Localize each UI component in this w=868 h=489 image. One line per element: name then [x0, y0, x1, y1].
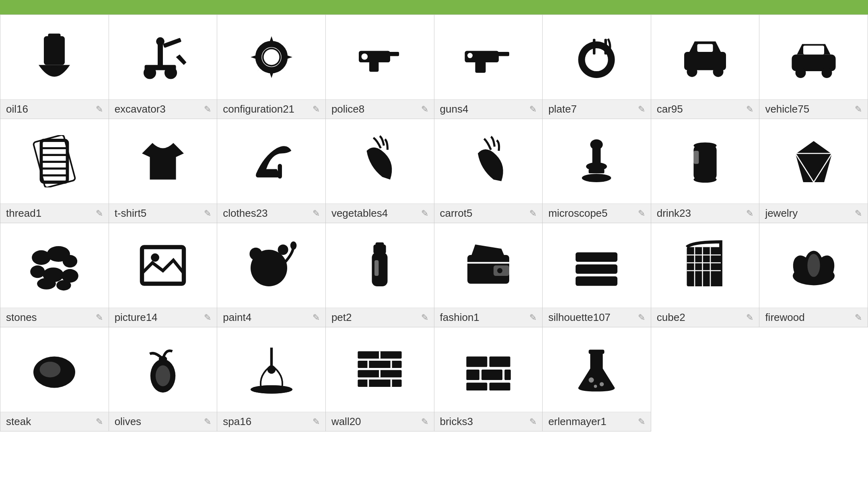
edit-icon-guns4[interactable]: ✎: [529, 104, 537, 115]
edit-icon-paint4[interactable]: ✎: [313, 312, 320, 323]
icon-olives[interactable]: [109, 327, 217, 412]
label-area-picture14: picture14✎: [109, 308, 217, 327]
icon-oil16[interactable]: [0, 15, 109, 99]
icon-cell-plate7: plate7✎: [543, 15, 651, 119]
icon-grid: oil16✎excavator3✎configuration21✎police8…: [0, 14, 868, 431]
icon-cell-excavator3: excavator3✎: [109, 15, 218, 119]
icon-cell-picture14: picture14✎: [109, 223, 218, 327]
icon-fashion1[interactable]: [434, 223, 543, 308]
icon-label-stones: stones: [6, 311, 37, 324]
svg-rect-32: [803, 45, 824, 54]
edit-icon-carrot5[interactable]: ✎: [529, 208, 537, 219]
svg-rect-19: [475, 61, 485, 73]
label-area-stones: stones✎: [0, 308, 109, 327]
icon-picture14[interactable]: [109, 223, 217, 308]
icon-label-steak: steak: [6, 415, 31, 428]
icon-clothes23[interactable]: [217, 119, 325, 203]
icon-label-wall20: wall20: [331, 415, 361, 428]
edit-icon-drink23[interactable]: ✎: [746, 208, 753, 219]
icon-plate7[interactable]: [543, 15, 651, 99]
icon-car95[interactable]: [651, 15, 759, 99]
edit-icon-cube2[interactable]: ✎: [746, 312, 753, 323]
icon-label-drink23: drink23: [657, 207, 691, 220]
label-area-paint4: paint4✎: [217, 308, 325, 327]
edit-icon-vegetables4[interactable]: ✎: [421, 208, 428, 219]
edit-icon-silhouette107[interactable]: ✎: [638, 312, 645, 323]
icon-police8[interactable]: [326, 15, 434, 99]
svg-point-51: [693, 177, 716, 183]
edit-icon-stones[interactable]: ✎: [96, 312, 103, 323]
icon-firewood[interactable]: [759, 223, 868, 308]
icon-vegetables4[interactable]: [326, 119, 434, 203]
icon-stones[interactable]: [0, 223, 109, 308]
icon-drink23[interactable]: [651, 119, 759, 203]
svg-point-31: [821, 68, 832, 78]
edit-icon-spa16[interactable]: ✎: [313, 417, 320, 427]
svg-point-58: [63, 255, 77, 267]
icon-label-cube2: cube2: [657, 311, 685, 324]
svg-rect-112: [466, 370, 479, 380]
label-area-jewelry: jewelry✎: [759, 203, 868, 223]
icon-label-spa16: spa16: [223, 415, 251, 428]
svg-point-93: [40, 362, 61, 378]
icon-label-carrot5: carrot5: [440, 207, 473, 220]
icon-carrot5[interactable]: [434, 119, 543, 203]
edit-icon-bricks3[interactable]: ✎: [529, 417, 537, 427]
icon-bricks3[interactable]: [434, 327, 543, 412]
edit-icon-fashion1[interactable]: ✎: [529, 312, 537, 323]
icon-cube2[interactable]: [651, 223, 759, 308]
svg-rect-117: [589, 350, 605, 354]
icon-vehicle75[interactable]: [759, 15, 868, 99]
svg-rect-80: [687, 247, 721, 287]
icon-label-bricks3: bricks3: [440, 415, 473, 428]
icon-paint4[interactable]: [217, 223, 325, 308]
svg-point-48: [590, 139, 603, 150]
edit-icon-vehicle75[interactable]: ✎: [855, 104, 862, 115]
label-area-silhouette107: silhouette107✎: [543, 308, 651, 327]
icon-label-vehicle75: vehicle75: [765, 103, 809, 115]
icon-spa16[interactable]: [217, 327, 325, 412]
icon-pet2[interactable]: [326, 223, 434, 308]
icon-microscope5[interactable]: [543, 119, 651, 203]
icon-jewelry[interactable]: [759, 119, 868, 203]
icon-label-erlenmayer1: erlenmayer1: [548, 415, 607, 428]
edit-icon-firewood[interactable]: ✎: [855, 312, 862, 323]
edit-icon-pet2[interactable]: ✎: [421, 312, 428, 323]
svg-rect-44: [589, 169, 605, 173]
svg-point-96: [159, 356, 167, 362]
label-area-fashion1: fashion1✎: [434, 308, 543, 327]
icon-t-shirt5[interactable]: [109, 119, 217, 203]
svg-rect-115: [466, 383, 487, 391]
icon-cell-thread1: thread1✎: [0, 119, 109, 223]
edit-icon-microscope5[interactable]: ✎: [638, 208, 645, 219]
icon-erlenmayer1[interactable]: [543, 327, 651, 412]
label-area-police8: police8✎: [326, 99, 434, 119]
icon-cell-spa16: spa16✎: [217, 327, 326, 431]
svg-rect-46: [584, 176, 589, 180]
icon-wall20[interactable]: [326, 327, 434, 412]
icon-cell-microscope5: microscope5✎: [543, 119, 651, 223]
icon-thread1[interactable]: [0, 119, 109, 203]
icon-excavator3[interactable]: [109, 15, 217, 99]
icon-cell-olives: olives✎: [109, 327, 218, 431]
icon-steak[interactable]: [0, 327, 109, 412]
edit-icon-car95[interactable]: ✎: [746, 104, 753, 115]
edit-icon-erlenmayer1[interactable]: ✎: [638, 417, 645, 427]
icon-guns4[interactable]: [434, 15, 543, 99]
edit-icon-jewelry[interactable]: ✎: [855, 208, 862, 219]
edit-icon-clothes23[interactable]: ✎: [313, 208, 320, 219]
svg-rect-0: [44, 36, 65, 65]
edit-icon-plate7[interactable]: ✎: [638, 104, 645, 115]
edit-icon-oil16[interactable]: ✎: [96, 104, 103, 115]
edit-icon-configuration21[interactable]: ✎: [313, 104, 320, 115]
edit-icon-olives[interactable]: ✎: [204, 417, 211, 427]
edit-icon-wall20[interactable]: ✎: [421, 417, 428, 427]
edit-icon-steak[interactable]: ✎: [96, 417, 103, 427]
edit-icon-thread1[interactable]: ✎: [96, 208, 103, 219]
edit-icon-police8[interactable]: ✎: [421, 104, 428, 115]
edit-icon-excavator3[interactable]: ✎: [204, 104, 211, 115]
edit-icon-t-shirt5[interactable]: ✎: [204, 208, 211, 219]
icon-silhouette107[interactable]: [543, 223, 651, 308]
icon-configuration21[interactable]: [217, 15, 325, 99]
edit-icon-picture14[interactable]: ✎: [204, 312, 211, 323]
